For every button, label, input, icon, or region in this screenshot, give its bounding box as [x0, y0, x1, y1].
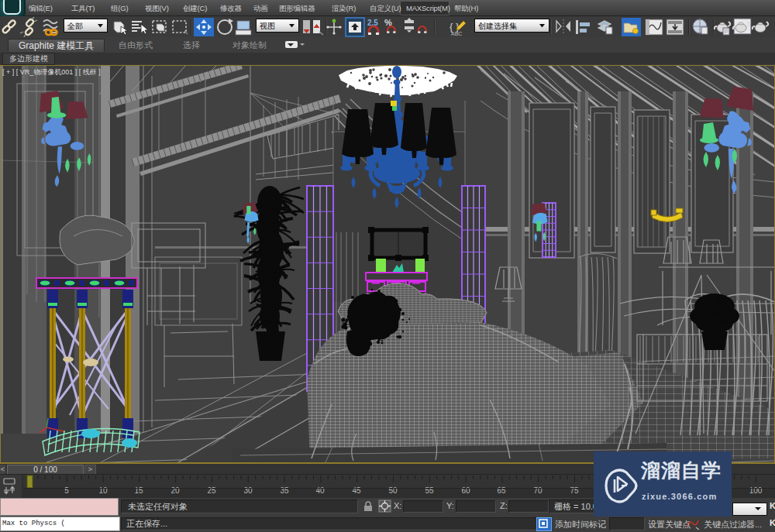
- svg-text:视图: 视图: [260, 22, 275, 30]
- svg-text:30: 30: [243, 486, 253, 495]
- svg-text:zixue.3066.com: zixue.3066.com: [642, 492, 718, 501]
- svg-text:40: 40: [315, 486, 325, 495]
- svg-text:20: 20: [170, 486, 180, 495]
- svg-text:75: 75: [570, 486, 579, 495]
- svg-text:[ + ] [ VR_物理像机001 ] [ 线框 ]: [ + ] [ VR_物理像机001 ] [ 线框 ]: [2, 68, 101, 76]
- svg-text:55: 55: [425, 486, 434, 495]
- svg-text:65: 65: [497, 486, 506, 495]
- svg-text:100: 100: [749, 486, 763, 495]
- svg-text:10: 10: [98, 486, 108, 495]
- svg-text:创建选择集: 创建选择集: [478, 22, 517, 30]
- svg-text:70: 70: [533, 486, 542, 495]
- svg-text:35: 35: [280, 486, 289, 495]
- svg-text:全部: 全部: [67, 22, 83, 30]
- svg-text:15: 15: [134, 486, 143, 495]
- svg-text:25: 25: [207, 486, 216, 495]
- svg-text:45: 45: [352, 486, 361, 495]
- svg-text:50: 50: [388, 486, 398, 495]
- svg-text:溜溜自学: 溜溜自学: [640, 459, 722, 481]
- svg-text:5: 5: [64, 486, 69, 495]
- svg-text:60: 60: [461, 486, 470, 495]
- svg-text:ABC: ABC: [451, 31, 462, 36]
